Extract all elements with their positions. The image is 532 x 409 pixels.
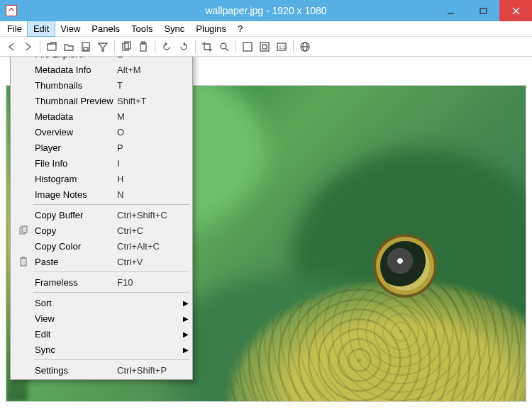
menu-item-edit[interactable]: Edit▶ xyxy=(12,326,191,342)
menu-item-shortcut: T xyxy=(117,80,181,91)
menu-item-label: Sync xyxy=(32,344,117,355)
menu-item-shortcut: Alt+M xyxy=(117,65,181,75)
menu-item-label: Player xyxy=(32,142,117,153)
menu-item-label: Frameless xyxy=(32,277,117,288)
menu-item-frameless[interactable]: FramelessF10 xyxy=(12,274,191,290)
svg-line-13 xyxy=(226,48,228,51)
maximize-button[interactable] xyxy=(467,0,499,21)
menu-view[interactable]: View xyxy=(55,21,86,36)
menu-item-sync[interactable]: Sync▶ xyxy=(12,342,191,357)
menu-item-shortcut: M xyxy=(117,111,181,122)
menu-item-shortcut: Shift+T xyxy=(117,96,181,106)
menu-item-shortcut: N xyxy=(117,189,181,200)
toolbar-rotate-ccw-button[interactable] xyxy=(158,38,175,55)
menu-item-shortcut: Ctrl+Shift+P xyxy=(117,365,181,376)
toolbar-fullscreen-button[interactable] xyxy=(239,38,256,55)
toolbar-separator xyxy=(293,40,294,53)
toolbar-fit-button[interactable] xyxy=(256,38,273,55)
menu-item-label: Image Notes xyxy=(32,189,117,200)
minimize-button[interactable] xyxy=(434,0,467,21)
menu-item-label: Copy Color xyxy=(32,241,117,252)
menu-item-label: Metadata Info xyxy=(32,65,117,75)
menu-item-player[interactable]: PlayerP xyxy=(12,140,191,155)
menu-item-label: Paste xyxy=(32,257,117,267)
menu-item-thumbnails[interactable]: ThumbnailsT xyxy=(12,77,191,93)
svg-marker-7 xyxy=(99,43,107,51)
menu-item-shortcut: Ctrl+V xyxy=(117,257,181,267)
svg-rect-15 xyxy=(260,43,269,51)
svg-text:1:1: 1:1 xyxy=(279,45,286,50)
toolbar-save-button[interactable] xyxy=(77,38,94,55)
svg-rect-6 xyxy=(84,47,88,50)
toolbar-folder-button[interactable] xyxy=(60,38,77,55)
toolbar-prev-button[interactable] xyxy=(3,38,20,55)
menu-item-shortcut: I xyxy=(117,158,181,169)
menu-item-image-notes[interactable]: Image NotesN xyxy=(12,186,191,202)
menu-item-view[interactable]: View▶ xyxy=(12,310,191,326)
menu-item-metadata[interactable]: MetadataM xyxy=(12,108,191,124)
toolbar-globe-button[interactable] xyxy=(297,38,314,55)
menu-item-sort[interactable]: Sort▶ xyxy=(12,295,191,310)
toolbar: 1:1 xyxy=(0,37,532,57)
toolbar-separator xyxy=(40,40,40,53)
menu-item-label: Metadata xyxy=(32,111,117,122)
menu-item-shortcut: Ctrl+C xyxy=(117,225,181,236)
close-button[interactable] xyxy=(499,0,532,21)
menu-item-settings[interactable]: SettingsCtrl+Shift+P xyxy=(12,362,191,378)
menu-item-file-explorer[interactable]: File ExplorerE xyxy=(12,57,191,62)
menu-help[interactable]: ? xyxy=(232,21,248,36)
menu-item-overview[interactable]: OverviewO xyxy=(12,124,191,140)
menu-item-metadata-info[interactable]: Metadata InfoAlt+M xyxy=(12,62,191,77)
menu-item-shortcut: P xyxy=(117,142,181,153)
svg-rect-25 xyxy=(22,257,25,259)
filter-icon xyxy=(97,41,109,52)
menu-file[interactable]: File xyxy=(1,21,28,36)
window-controls xyxy=(434,0,532,21)
menu-item-copy-buffer[interactable]: Copy BufferCtrl+Shift+C xyxy=(12,207,191,223)
menu-item-copy[interactable]: CopyCtrl+C xyxy=(12,223,191,238)
menubar: FileEditViewPanelsToolsSyncPlugins? xyxy=(0,21,532,37)
image-canvas[interactable]: File ExplorerEMetadata InfoAlt+MThumbnai… xyxy=(0,57,532,409)
toolbar-separator xyxy=(114,40,115,53)
zoom-icon xyxy=(218,41,230,52)
svg-rect-24 xyxy=(21,258,26,266)
menu-item-file-info[interactable]: File InfoI xyxy=(12,155,191,171)
menu-item-paste[interactable]: PasteCtrl+V xyxy=(12,254,191,269)
toolbar-one-to-one-button[interactable]: 1:1 xyxy=(273,38,290,55)
toolbar-crop-button[interactable] xyxy=(199,38,216,55)
open-icon xyxy=(46,41,57,52)
menu-item-thumbnail-preview[interactable]: Thumbnail PreviewShift+T xyxy=(12,93,191,108)
svg-rect-1 xyxy=(480,9,487,13)
toolbar-zoom-button[interactable] xyxy=(216,38,233,55)
toolbar-rotate-cw-button[interactable] xyxy=(175,38,192,55)
save-icon xyxy=(80,41,92,52)
menu-item-histogram[interactable]: HistogramH xyxy=(12,171,191,186)
menu-edit[interactable]: Edit xyxy=(28,21,55,36)
svg-rect-23 xyxy=(22,226,27,232)
menu-item-label: Copy Buffer xyxy=(32,210,117,220)
menu-panels[interactable]: Panels xyxy=(86,21,126,36)
toolbar-copy-button[interactable] xyxy=(118,38,135,55)
toolbar-paste-button[interactable] xyxy=(135,38,152,55)
next-icon xyxy=(23,41,34,52)
toolbar-open-button[interactable] xyxy=(43,38,60,55)
menu-item-shortcut: F10 xyxy=(117,277,181,288)
crop-icon xyxy=(201,41,213,52)
svg-rect-4 xyxy=(48,44,56,50)
menu-tools[interactable]: Tools xyxy=(126,21,158,36)
menu-item-label: Thumbnail Preview xyxy=(32,96,117,106)
menu-item-label: File Explorer xyxy=(32,57,117,60)
menu-item-label: Sort xyxy=(32,298,117,308)
menu-separator xyxy=(33,271,189,272)
toolbar-next-button[interactable] xyxy=(20,38,37,55)
menu-sync[interactable]: Sync xyxy=(158,21,190,36)
submenu-arrow-icon: ▶ xyxy=(181,315,191,323)
toolbar-filter-button[interactable] xyxy=(94,38,111,55)
submenu-arrow-icon: ▶ xyxy=(181,330,191,338)
submenu-arrow-icon: ▶ xyxy=(181,346,191,354)
menu-plugins[interactable]: Plugins xyxy=(190,21,232,36)
titlebar[interactable]: wallpaper.jpg - 1920 x 1080 xyxy=(0,0,532,21)
menu-item-copy-color[interactable]: Copy ColorCtrl+Alt+C xyxy=(12,238,191,254)
menu-separator xyxy=(33,292,189,293)
menu-item-label: File Info xyxy=(32,158,117,169)
